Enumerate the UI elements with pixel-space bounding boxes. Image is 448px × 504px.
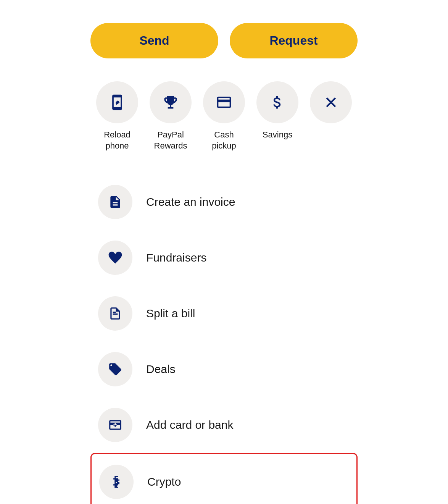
reload-phone-circle	[96, 81, 138, 123]
fundraisers-label: Fundraisers	[146, 251, 206, 264]
list-item-deals[interactable]: Deals	[90, 341, 358, 397]
split-bill-circle	[98, 296, 132, 331]
fundraisers-icon	[108, 250, 122, 265]
add-card-bank-label: Add card or bank	[146, 418, 233, 431]
quick-action-savings[interactable]: Savings	[251, 81, 304, 141]
deals-icon	[108, 362, 122, 376]
crypto-label: Crypto	[147, 475, 181, 488]
add-card-bank-circle	[98, 408, 132, 442]
add-card-icon	[108, 418, 122, 432]
savings-circle	[256, 81, 298, 123]
create-invoice-label: Create an invoice	[146, 195, 235, 208]
quick-actions-row: Reloadphone PayPalRewards Cashpickup	[90, 81, 358, 151]
deals-circle	[98, 352, 132, 386]
cash-pickup-circle	[203, 81, 245, 123]
list-item-create-invoice[interactable]: Create an invoice	[90, 174, 358, 230]
cash-pickup-label: Cashpickup	[212, 129, 236, 151]
close-icon: ✕	[324, 93, 338, 112]
list-item-crypto[interactable]: Crypto	[90, 453, 358, 504]
action-buttons-row: Send Request	[90, 23, 358, 58]
create-invoice-circle	[98, 185, 132, 219]
reload-phone-label: Reloadphone	[104, 129, 131, 151]
cash-pickup-icon	[216, 94, 232, 111]
split-bill-icon	[108, 306, 122, 321]
quick-action-reload-phone[interactable]: Reloadphone	[90, 81, 144, 151]
quick-action-close[interactable]: ✕	[304, 81, 358, 129]
main-container: Send Request Reloadphone PayPalRewards	[90, 23, 358, 504]
invoice-icon	[108, 195, 122, 209]
trophy-icon	[162, 94, 179, 111]
send-button[interactable]: Send	[90, 23, 218, 58]
savings-icon	[269, 94, 286, 111]
quick-action-paypal-rewards[interactable]: PayPalRewards	[144, 81, 197, 151]
split-bill-label: Split a bill	[146, 307, 195, 320]
request-button[interactable]: Request	[230, 23, 358, 58]
quick-action-cash-pickup[interactable]: Cashpickup	[197, 81, 251, 151]
paypal-rewards-circle	[150, 81, 192, 123]
fundraisers-circle	[98, 241, 132, 275]
list-item-split-bill[interactable]: Split a bill	[90, 286, 358, 341]
list-items-container: Create an invoice Fundraisers Split a bi…	[90, 174, 358, 504]
savings-label: Savings	[263, 129, 292, 141]
close-circle: ✕	[310, 81, 352, 123]
crypto-icon	[109, 475, 124, 489]
list-item-fundraisers[interactable]: Fundraisers	[90, 230, 358, 286]
crypto-circle	[99, 465, 134, 499]
paypal-rewards-label: PayPalRewards	[154, 129, 187, 151]
list-item-add-card-bank[interactable]: Add card or bank	[90, 397, 358, 453]
deals-label: Deals	[146, 363, 176, 376]
reload-phone-icon	[109, 94, 126, 111]
